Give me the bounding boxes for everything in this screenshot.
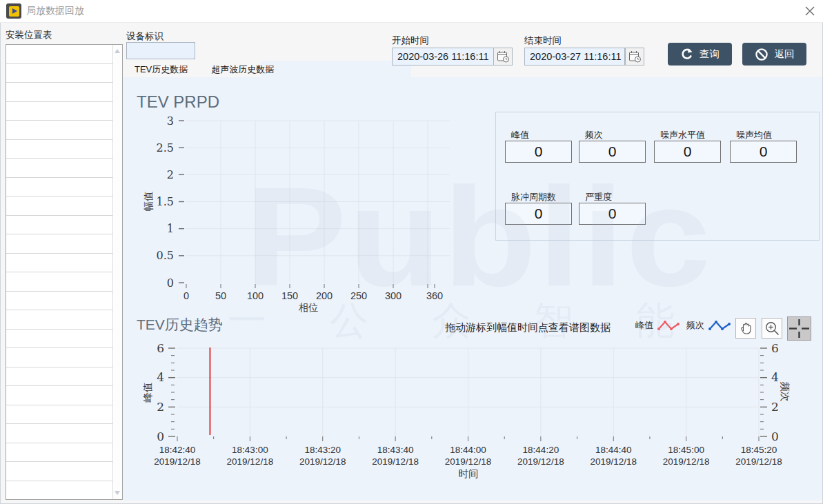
legend-line-icon bbox=[657, 319, 682, 332]
list-row[interactable] bbox=[6, 405, 113, 425]
cursor-tool-button[interactable] bbox=[787, 316, 811, 341]
list-row[interactable] bbox=[6, 462, 113, 481]
block-icon bbox=[755, 48, 769, 61]
list-row[interactable] bbox=[6, 348, 113, 367]
list-row[interactable] bbox=[6, 216, 113, 235]
end-time-field[interactable]: 2020-03-27 11:16:11 bbox=[524, 48, 625, 65]
end-time-calendar-button[interactable] bbox=[625, 48, 644, 65]
app-window: 局放数据回放 安装位置表 设备标识 TEV历史数据超声波历史数据 开始时间 20… bbox=[0, 0, 823, 504]
stat-value-box: 0 bbox=[654, 141, 721, 163]
start-time-calendar-button[interactable] bbox=[493, 48, 513, 65]
stat-label: 严重度 bbox=[585, 191, 612, 203]
list-row[interactable] bbox=[6, 102, 113, 121]
stat-label: 噪声均值 bbox=[736, 129, 772, 141]
list-row[interactable] bbox=[6, 424, 113, 443]
stat-value-box: 0 bbox=[579, 203, 646, 225]
location-list[interactable] bbox=[6, 44, 123, 500]
list-row[interactable] bbox=[6, 159, 113, 178]
list-row[interactable] bbox=[6, 443, 113, 463]
stat-label: 频次 bbox=[585, 129, 603, 141]
legend-label: 频次 bbox=[686, 319, 704, 332]
window-title: 局放数据回放 bbox=[26, 5, 84, 17]
scroll-up-icon[interactable] bbox=[115, 49, 120, 53]
refresh-icon bbox=[680, 48, 693, 61]
device-id-label: 设备标识 bbox=[126, 30, 163, 43]
legend-item-freq[interactable]: 频次 bbox=[686, 319, 733, 332]
list-row[interactable] bbox=[6, 45, 113, 64]
stat-label: 峰值 bbox=[511, 129, 529, 141]
start-time-label: 开始时间 bbox=[392, 34, 429, 47]
list-row[interactable] bbox=[6, 481, 113, 500]
query-button[interactable]: 查询 bbox=[668, 43, 732, 65]
list-row[interactable] bbox=[6, 178, 113, 197]
tab-tev-history[interactable]: TEV历史数据 bbox=[128, 63, 194, 76]
list-scrollbar[interactable] bbox=[112, 45, 122, 499]
legend-label: 峰值 bbox=[635, 319, 653, 332]
stat-value-box: 0 bbox=[505, 141, 572, 163]
list-row[interactable] bbox=[6, 140, 113, 159]
calendar-icon bbox=[628, 50, 642, 63]
trend-chart-title: TEV历史趋势 bbox=[137, 315, 223, 334]
stat-label: 噪声水平值 bbox=[660, 129, 705, 141]
stat-label: 脉冲周期数 bbox=[511, 191, 556, 203]
titlebar: 局放数据回放 bbox=[0, 0, 823, 23]
list-row[interactable] bbox=[6, 121, 113, 140]
back-button-label: 返回 bbox=[775, 48, 795, 61]
hand-icon bbox=[738, 321, 753, 336]
end-time-label: 结束时间 bbox=[524, 34, 562, 47]
tab-ultrasonic-history[interactable]: 超声波历史数据 bbox=[205, 63, 280, 76]
list-row[interactable] bbox=[6, 292, 113, 311]
crosshair-icon bbox=[788, 317, 811, 340]
device-id-input[interactable] bbox=[126, 42, 195, 59]
legend-item-peak[interactable]: 峰值 bbox=[635, 319, 682, 332]
list-row[interactable] bbox=[6, 254, 113, 273]
list-row[interactable] bbox=[6, 386, 113, 405]
list-row[interactable] bbox=[6, 196, 113, 216]
prpd-chart-title: TEV PRPD bbox=[137, 92, 219, 112]
zoom-in-icon bbox=[764, 320, 780, 336]
close-icon[interactable] bbox=[804, 5, 816, 17]
trend-legend: 峰值频次 bbox=[635, 319, 733, 332]
start-time-field[interactable]: 2020-03-26 11:16:11 bbox=[392, 48, 494, 65]
list-row[interactable] bbox=[6, 367, 113, 387]
tabstrip-fill bbox=[261, 61, 411, 78]
stat-value-box: 0 bbox=[579, 141, 646, 163]
query-button-label: 查询 bbox=[700, 48, 720, 61]
list-row[interactable] bbox=[6, 234, 113, 254]
legend-line-icon bbox=[708, 319, 733, 332]
pan-tool-button[interactable] bbox=[735, 318, 756, 339]
list-row[interactable] bbox=[6, 64, 113, 83]
back-button[interactable]: 返回 bbox=[742, 43, 806, 65]
tab-bar: TEV历史数据超声波历史数据 bbox=[128, 62, 280, 77]
location-table-label: 安装位置表 bbox=[6, 29, 52, 41]
list-row[interactable] bbox=[6, 83, 113, 102]
list-row[interactable] bbox=[6, 310, 113, 330]
list-row[interactable] bbox=[6, 330, 113, 349]
stat-value-box: 0 bbox=[505, 203, 572, 225]
list-row[interactable] bbox=[6, 272, 113, 292]
app-icon bbox=[6, 3, 21, 19]
stat-value-box: 0 bbox=[730, 141, 797, 163]
cursor-hint-text: 拖动游标到幅值时间点查看谱图数据 bbox=[445, 321, 611, 334]
calendar-icon bbox=[497, 50, 510, 63]
stats-panel: 峰值0频次0噪声水平值0噪声均值0脉冲周期数0严重度0 bbox=[495, 112, 820, 241]
zoom-tool-button[interactable] bbox=[762, 318, 782, 339]
scroll-down-icon[interactable] bbox=[115, 491, 120, 495]
